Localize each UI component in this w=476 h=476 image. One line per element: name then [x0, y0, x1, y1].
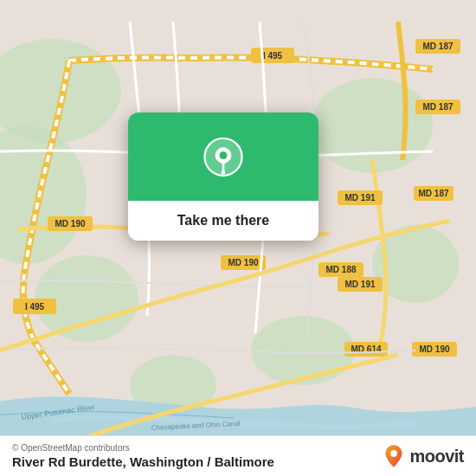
map-container: I 495 I 495 MD 187 MD 187 MD 187 MD 190 … — [0, 0, 476, 476]
svg-text:MD 187: MD 187 — [422, 42, 453, 51]
svg-text:MD 190: MD 190 — [55, 219, 85, 228]
svg-text:MD 190: MD 190 — [228, 258, 258, 267]
moovit-pin-icon — [382, 444, 406, 468]
popup-card: Take me there — [128, 113, 318, 241]
svg-point-37 — [220, 151, 228, 159]
svg-text:MD 191: MD 191 — [344, 193, 375, 203]
svg-text:MD 191: MD 191 — [344, 280, 375, 289]
svg-text:I 495: I 495 — [25, 302, 45, 312]
svg-point-38 — [222, 170, 225, 174]
bottom-left-info: © OpenStreetMap contributors River Rd Bu… — [12, 443, 274, 469]
svg-point-39 — [391, 450, 398, 457]
moovit-brand-text: moovit — [409, 447, 464, 466]
svg-text:MD 188: MD 188 — [325, 265, 356, 274]
popup-header — [128, 113, 318, 201]
location-pin-icon — [201, 137, 246, 182]
svg-text:MD 190: MD 190 — [419, 344, 449, 354]
svg-text:MD 187: MD 187 — [422, 102, 453, 112]
moovit-logo: moovit — [382, 444, 464, 468]
svg-point-6 — [251, 316, 355, 385]
svg-text:MD 187: MD 187 — [418, 189, 448, 198]
bottom-bar: © OpenStreetMap contributors River Rd Bu… — [0, 435, 476, 476]
svg-point-4 — [312, 78, 433, 173]
attribution-text: © OpenStreetMap contributors — [12, 443, 274, 453]
svg-text:I 495: I 495 — [263, 51, 283, 61]
take-me-there-button[interactable]: Take me there — [128, 201, 318, 241]
location-title: River Rd Burdette, Washington / Baltimor… — [12, 454, 274, 469]
